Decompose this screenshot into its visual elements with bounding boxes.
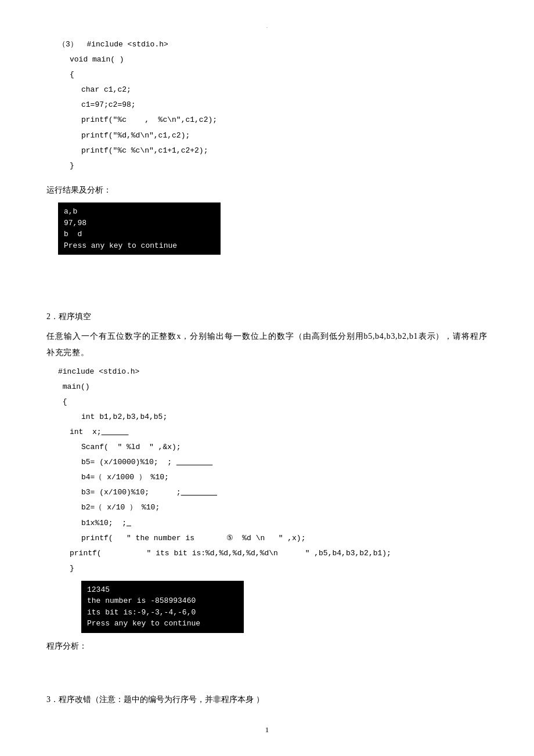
section-3-code: （3） #include <stdio.h> void main( ) { ch… — [46, 38, 488, 172]
code-line-printf2: printf("%d,%d\n",c1,c2); — [81, 129, 488, 142]
code-line-brace-open: { — [70, 68, 488, 81]
section2-description: 任意输入一个有五位数字的正整数x，分别输出每一数位上的数字（由高到低分别用b5,… — [46, 328, 488, 361]
code2-main: main() — [58, 381, 488, 393]
dot-decoration: · — [46, 23, 488, 32]
code2-printf1: printf( " the number is ⑤ %d \n " ,x); — [81, 532, 488, 545]
code2-b2: b2=（ x/10 ） %10; — [81, 501, 488, 514]
code-line-printf3: printf("%c %c\n",c1+1,c2+2); — [81, 144, 488, 157]
code2-b3: b3= (x/100)%10; ; — [81, 486, 488, 499]
program-analysis-label: 程序分析： — [46, 640, 488, 653]
terminal-section3: a,b 97,98 b d Press any key to continue — [58, 202, 221, 255]
terminal2-line-3: its bit is:-9,-3,-4,-6,0 — [87, 607, 238, 618]
section2-number: 2．程序填空 — [46, 312, 91, 321]
section2-title: 2．程序填空 — [46, 310, 488, 323]
code2-int-x: int x; — [70, 426, 488, 439]
terminal-line-3: b d — [64, 229, 215, 240]
run-label: 运行结果及分析： — [46, 184, 488, 197]
section3-correction-title: 3．程序改错（注意：题中的编号为行序号，并非程序本身 ） — [46, 693, 488, 706]
spacer-1 — [46, 258, 488, 293]
code2-b4: b4=（ x/1000 ） %10; — [81, 471, 488, 484]
terminal2-line-1: 12345 — [87, 584, 238, 596]
section-3-label: （3） #include <stdio.h> — [58, 38, 488, 51]
code2-scanf: Scanf( " %ld " ,&x); — [81, 441, 488, 454]
code-line-void: void main( ) — [70, 53, 488, 66]
terminal2-line-2: the number is -858993460 — [87, 595, 238, 607]
code2-int-vars: int b1,b2,b3,b4,b5; — [81, 411, 488, 424]
code2-b1: b1x%10; ;_ — [81, 517, 488, 530]
code-line-char: char c1,c2; — [81, 84, 488, 96]
code-line-printf1: printf("%c , %c\n",c1,c2); — [81, 114, 488, 126]
code2-include: #include <stdio.h> — [58, 366, 488, 378]
terminal-line-1: a,b — [64, 206, 215, 218]
page-number: 1 — [46, 724, 488, 736]
terminal-section2: 12345 the number is -858993460 its bit i… — [81, 581, 244, 633]
section3-correction-label: 3．程序改错（注意：题中的编号为行序号，并非程序本身 ） — [46, 695, 264, 704]
code2-brace-close: } — [70, 562, 488, 575]
terminal2-line-4: Press any key to continue — [87, 618, 238, 630]
terminal-line-4: Press any key to continue — [64, 240, 215, 252]
code-line-brace-close: } — [70, 160, 488, 172]
code2-b5: b5= (x/10000)%10; ; — [81, 456, 488, 469]
code2-brace-open: { — [58, 396, 488, 408]
spacer-2 — [46, 653, 488, 676]
section-label: （3） #include <stdio.h> — [58, 40, 168, 49]
code2-printf2: printf( " its bit is:%d,%d,%d,%d,%d\n " … — [70, 547, 488, 560]
code-line-assign: c1=97;c2=98; — [81, 99, 488, 111]
terminal-line-2: 97,98 — [64, 218, 215, 229]
